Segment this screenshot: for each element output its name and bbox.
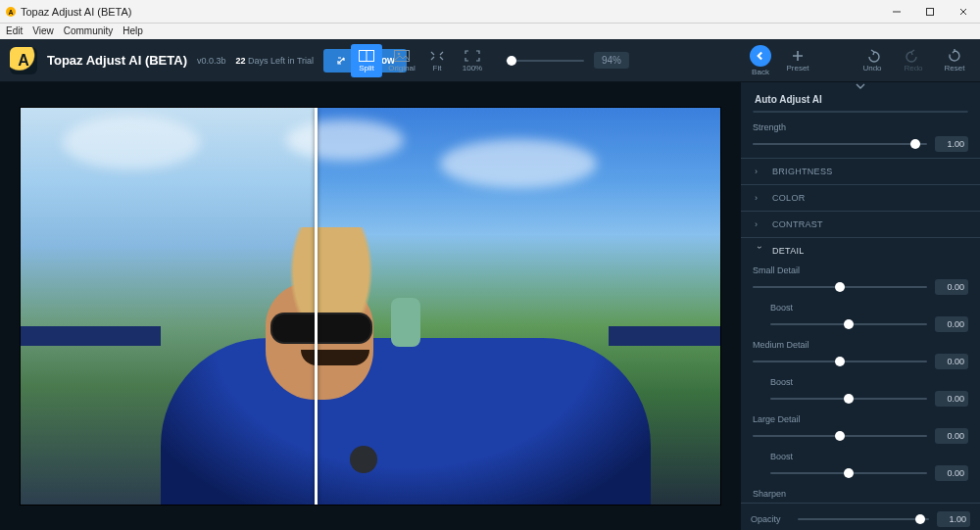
os-titlebar: A Topaz Adjust AI (BETA)	[0, 0, 980, 24]
strength-label: Strength	[753, 122, 968, 132]
menu-edit[interactable]: Edit	[6, 25, 23, 36]
external-link-icon	[335, 55, 347, 67]
undo-label: Undo	[862, 64, 881, 72]
sharpen-label: Sharpen	[753, 489, 968, 499]
app-icon: A	[6, 7, 16, 17]
view-mode-fit[interactable]: Fit	[421, 44, 453, 77]
medium-detail-slider[interactable]	[753, 361, 927, 362]
window-title: Topaz Adjust AI (BETA)	[21, 6, 132, 18]
svg-point-6	[398, 52, 401, 55]
section-color-label: COLOR	[772, 193, 806, 203]
preview-image	[20, 107, 721, 506]
view-mode-100[interactable]: 100%	[457, 44, 488, 77]
large-detail-value[interactable]: 0.00	[935, 428, 968, 444]
fit-icon	[429, 49, 445, 63]
section-brightness-label: BRIGHTNESS	[772, 167, 833, 176]
auto-adjust-segmented: Off Standard HDR Style	[753, 111, 968, 113]
redo-label: Redo	[904, 64, 922, 72]
reset-button[interactable]: Reset	[939, 44, 970, 77]
menu-view[interactable]: View	[32, 25, 54, 36]
opacity-label: Opacity	[751, 514, 790, 524]
chevron-down-icon	[855, 82, 866, 90]
large-detail-slider[interactable]	[753, 435, 927, 437]
split-icon	[359, 49, 374, 63]
medium-detail-label: Medium Detail	[753, 340, 968, 350]
redo-button[interactable]: Redo	[898, 44, 929, 77]
large-detail-label: Large Detail	[753, 414, 968, 424]
section-detail-label: DETAIL	[772, 246, 805, 256]
chevron-right-icon: ›	[755, 219, 764, 229]
auto-adjust-heading: Auto Adjust AI	[741, 90, 980, 109]
image-canvas[interactable]	[0, 82, 741, 530]
medium-boost-slider[interactable]	[770, 398, 927, 400]
window-close-button[interactable]	[947, 0, 980, 24]
view-mode-split-label: Split	[359, 64, 374, 72]
main-toolbar: Topaz Adjust AI (BETA) v0.0.3b 22 Days L…	[0, 39, 980, 82]
svg-text:A: A	[8, 8, 13, 15]
chevron-down-icon: ›	[755, 246, 764, 256]
small-boost-label: Boost	[770, 303, 968, 313]
view-mode-original[interactable]: Original	[386, 44, 417, 77]
small-detail-slider[interactable]	[753, 286, 927, 288]
seg-hdr-style[interactable]: HDR Style	[896, 112, 967, 113]
undo-button[interactable]: Undo	[857, 44, 888, 77]
logo-icon	[10, 47, 37, 74]
chevron-right-icon: ›	[755, 193, 764, 203]
opacity-value[interactable]: 1.00	[937, 511, 970, 527]
view-mode-fit-label: Fit	[433, 64, 442, 72]
back-label: Back	[752, 68, 769, 76]
preset-button[interactable]: Preset	[782, 44, 813, 77]
small-detail-label: Small Detail	[753, 265, 968, 275]
section-detail[interactable]: › DETAIL	[741, 238, 980, 264]
menu-bar: Edit View Community Help	[0, 24, 980, 39]
svg-rect-5	[394, 50, 409, 61]
view-mode-split[interactable]: Split	[351, 44, 382, 77]
expand-icon	[465, 49, 480, 63]
plus-icon	[790, 49, 806, 63]
small-boost-slider[interactable]	[770, 323, 927, 325]
svg-rect-2	[927, 8, 934, 15]
large-boost-label: Boost	[770, 452, 968, 461]
app-version: v0.0.3b	[197, 56, 226, 66]
strength-value[interactable]: 1.00	[935, 136, 968, 152]
section-color[interactable]: › COLOR	[741, 185, 980, 211]
reset-icon	[947, 49, 962, 63]
seg-standard[interactable]: Standard	[825, 112, 897, 113]
small-boost-value[interactable]: 0.00	[935, 316, 968, 332]
zoom-value[interactable]: 94%	[594, 52, 629, 69]
medium-detail-value[interactable]: 0.00	[935, 354, 968, 369]
medium-boost-label: Boost	[770, 377, 968, 387]
chevron-right-icon: ›	[755, 167, 764, 176]
strength-slider[interactable]	[753, 143, 927, 145]
preset-label: Preset	[786, 64, 808, 72]
trial-text: 22 Days Left in Trial	[236, 56, 315, 66]
section-contrast-label: CONTRAST	[772, 219, 823, 229]
window-maximize-button[interactable]	[913, 0, 947, 24]
view-mode-100-label: 100%	[463, 64, 482, 72]
large-boost-slider[interactable]	[770, 472, 927, 474]
menu-help[interactable]: Help	[122, 25, 143, 36]
menu-community[interactable]: Community	[64, 25, 114, 36]
seg-off[interactable]: Off	[754, 112, 825, 113]
image-icon	[394, 49, 410, 63]
window-minimize-button[interactable]	[880, 0, 913, 24]
opacity-slider[interactable]	[798, 518, 929, 520]
medium-boost-value[interactable]: 0.00	[935, 391, 968, 407]
view-mode-original-label: Original	[388, 64, 416, 72]
undo-icon	[864, 49, 880, 63]
side-panel: Auto Adjust AI Off Standard HDR Style St…	[741, 82, 980, 530]
redo-icon	[906, 49, 921, 63]
reset-label: Reset	[945, 64, 965, 72]
large-boost-value[interactable]: 0.00	[935, 465, 968, 481]
panel-collapse-toggle[interactable]	[741, 82, 980, 90]
section-brightness[interactable]: › BRIGHTNESS	[741, 159, 980, 184]
split-handle[interactable]	[315, 108, 318, 505]
section-contrast[interactable]: › CONTRAST	[741, 212, 980, 237]
zoom-slider[interactable]	[506, 60, 584, 62]
back-button[interactable]: Back	[745, 44, 776, 77]
back-arrow-icon	[750, 45, 771, 67]
small-detail-value[interactable]: 0.00	[935, 279, 968, 295]
app-title: Topaz Adjust AI (BETA)	[47, 53, 187, 68]
